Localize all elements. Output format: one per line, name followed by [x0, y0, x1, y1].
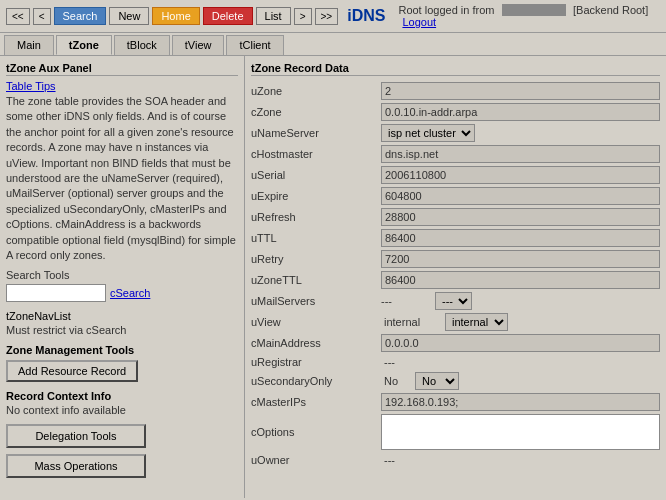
table-row: uSerial [251, 166, 660, 184]
table-row: uExpire [251, 187, 660, 205]
tab-tview[interactable]: tView [172, 35, 225, 55]
table-row: uZone [251, 82, 660, 100]
field-value-text: internal [381, 315, 441, 329]
table-row: cZone [251, 103, 660, 121]
search-input[interactable] [6, 284, 106, 302]
field-label: cMasterIPs [251, 396, 381, 408]
search-button[interactable]: Search [54, 7, 107, 25]
field-select[interactable]: NoYes [415, 372, 459, 390]
field-label: cZone [251, 106, 381, 118]
fields-container: uZonecZoneuNameServerisp net clustercHos… [251, 82, 660, 467]
table-row: uSecondaryOnlyNoNoYes [251, 372, 660, 390]
field-select[interactable]: internal [445, 313, 508, 331]
field-value-text: No [381, 374, 411, 388]
field-input[interactable] [381, 145, 660, 163]
table-row: cMainAddress [251, 334, 660, 352]
list-button[interactable]: List [256, 7, 291, 25]
table-row: uOwner--- [251, 453, 660, 467]
left-panel: tZone Aux Panel Table Tips The zone tabl… [0, 56, 245, 498]
field-label: uZone [251, 85, 381, 97]
field-select-wrap: internalinternal [381, 313, 508, 331]
field-input[interactable] [381, 103, 660, 121]
field-select[interactable]: isp net cluster [381, 124, 475, 142]
field-label: uRetry [251, 253, 381, 265]
field-label: uTTL [251, 232, 381, 244]
field-input[interactable] [381, 166, 660, 184]
field-label: uRefresh [251, 211, 381, 223]
field-label: uNameServer [251, 127, 381, 139]
table-row: uZoneTTL [251, 271, 660, 289]
main-tabs: Main tZone tBlock tView tClient [0, 33, 666, 56]
field-label: uRegistrar [251, 356, 381, 368]
table-row: cMasterIPs [251, 393, 660, 411]
field-input[interactable] [381, 229, 660, 247]
field-label: uView [251, 316, 381, 328]
search-row: cSearch [6, 284, 238, 302]
field-label: uOwner [251, 454, 381, 466]
table-tips-text: The zone table provides the SOA header a… [6, 94, 238, 263]
delete-button[interactable]: Delete [203, 7, 253, 25]
zone-tools-label: Zone Management Tools [6, 344, 238, 356]
nav-back-back-button[interactable]: << [6, 8, 30, 25]
record-context-title: Record Context Info [6, 390, 238, 402]
record-context-text: No context info available [6, 404, 238, 416]
field-select-wrap: NoNoYes [381, 372, 459, 390]
table-row: uTTL [251, 229, 660, 247]
right-section-header: tZone Record Data [251, 62, 660, 76]
field-label: uMailServers [251, 295, 381, 307]
logout-link[interactable]: Logout [402, 16, 436, 28]
field-input[interactable] [381, 250, 660, 268]
field-input[interactable] [381, 334, 660, 352]
table-row: uRetry [251, 250, 660, 268]
delegation-tools-button[interactable]: Delegation Tools [6, 424, 146, 448]
tab-tzone[interactable]: tZone [56, 35, 112, 55]
field-value-text: --- [381, 295, 431, 307]
csearch-link[interactable]: cSearch [110, 287, 150, 299]
nav-fwd-fwd-button[interactable]: >> [315, 8, 339, 25]
tab-tblock[interactable]: tBlock [114, 35, 170, 55]
field-input[interactable] [381, 187, 660, 205]
field-label: uSerial [251, 169, 381, 181]
field-select-wrap: ------ [381, 292, 472, 310]
tab-tclient[interactable]: tClient [226, 35, 283, 55]
mass-operations-button[interactable]: Mass Operations [6, 454, 146, 478]
nav-list-sub: Must restrict via cSearch [6, 324, 238, 336]
field-select-wrap: isp net cluster [381, 124, 475, 142]
aux-panel-title: tZone Aux Panel [6, 62, 238, 76]
field-label: cOptions [251, 426, 381, 438]
field-input[interactable] [381, 208, 660, 226]
toolbar: << < Search New Home Delete List > >> iD… [0, 0, 666, 33]
nav-fwd-button[interactable]: > [294, 8, 312, 25]
add-resource-record-button[interactable]: Add Resource Record [6, 360, 138, 382]
field-input[interactable] [381, 271, 660, 289]
home-button[interactable]: Home [152, 7, 199, 25]
table-row: cOptions [251, 414, 660, 450]
login-info: Root logged in from [Backend Root] Logou… [398, 4, 660, 28]
backend-root: [Backend Root] [573, 4, 648, 16]
new-button[interactable]: New [109, 7, 149, 25]
field-label: uSecondaryOnly [251, 375, 381, 387]
field-input[interactable] [381, 82, 660, 100]
app-title: iDNS [347, 7, 385, 25]
table-row: cHostmaster [251, 145, 660, 163]
field-static-value: --- [381, 355, 660, 369]
field-input[interactable] [381, 393, 660, 411]
table-tips-link[interactable]: Table Tips [6, 80, 238, 92]
table-row: uRegistrar--- [251, 355, 660, 369]
field-label: uExpire [251, 190, 381, 202]
field-select[interactable]: --- [435, 292, 472, 310]
nav-list-title: tZoneNavList [6, 310, 238, 322]
right-panel: tZone Record Data uZonecZoneuNameServeri… [245, 56, 666, 498]
content-area: tZone Aux Panel Table Tips The zone tabl… [0, 56, 666, 498]
table-row: uViewinternalinternal [251, 313, 660, 331]
ip-address [502, 4, 566, 16]
field-textarea[interactable] [381, 414, 660, 450]
table-row: uNameServerisp net cluster [251, 124, 660, 142]
table-row: uMailServers------ [251, 292, 660, 310]
nav-back-button[interactable]: < [33, 8, 51, 25]
field-static-value: --- [381, 453, 660, 467]
field-label: cMainAddress [251, 337, 381, 349]
search-tools-label: Search Tools [6, 269, 238, 281]
field-label: uZoneTTL [251, 274, 381, 286]
tab-main[interactable]: Main [4, 35, 54, 55]
